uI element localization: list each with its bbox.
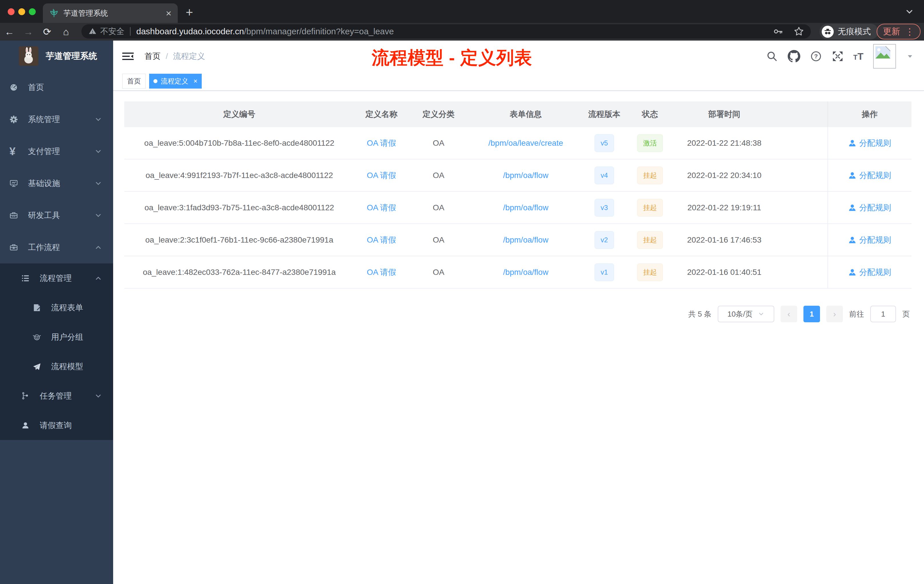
sidebar-item-process-form[interactable]: 流程表单 — [0, 293, 113, 322]
goto-page-input[interactable] — [870, 306, 896, 322]
sidebar-item-process-mgmt[interactable]: 流程管理 — [0, 264, 113, 293]
tab-close-icon[interactable]: × — [166, 8, 172, 18]
key-icon[interactable] — [773, 26, 784, 36]
sidebar-submenu-workflow: 流程管理 流程表单 用户分组 — [0, 264, 113, 440]
minimize-window-button[interactable] — [18, 8, 25, 15]
form-link[interactable]: /bpm/oa/flow — [503, 203, 549, 212]
definition-name-link[interactable]: OA 请假 — [367, 139, 396, 147]
definition-name-link[interactable]: OA 请假 — [367, 268, 396, 277]
deploy-time: 2022-01-16 01:40:51 — [674, 268, 774, 277]
definition-id: oa_leave:1:482ec033-762a-11ec-8477-a2380… — [124, 268, 354, 277]
goto-label: 前往 — [849, 309, 864, 319]
reload-button[interactable]: ⟳ — [38, 26, 56, 38]
sidebar-collapse-icon[interactable] — [122, 51, 134, 62]
sidebar-item-user-group[interactable]: 用户分组 — [0, 322, 113, 352]
form-link[interactable]: /bpm/oa/flow — [503, 268, 549, 277]
url-path: /bpm/manager/definition?key=oa_leave — [244, 26, 394, 36]
zoom-window-button[interactable] — [29, 8, 36, 15]
warning-icon — [88, 27, 97, 36]
prev-page-button[interactable]: ‹ — [780, 306, 797, 322]
chevron-up-icon — [94, 243, 102, 251]
page-unit-label: 页 — [902, 309, 910, 319]
sidebar-item-payment[interactable]: ¥ 支付管理 — [0, 135, 113, 167]
chrome-update-button[interactable]: 更新 ⋮ — [876, 24, 921, 40]
assign-rule-link[interactable]: 分配规则 — [859, 170, 891, 181]
security-label[interactable]: 不安全 — [100, 26, 124, 37]
tags-view: 首页 流程定义 × — [113, 72, 924, 91]
back-button[interactable]: ← — [0, 26, 19, 38]
help-icon[interactable]: ? — [810, 50, 822, 62]
sidebar-item-workflow[interactable]: 工作流程 — [0, 231, 113, 264]
list-icon — [0, 274, 30, 283]
font-size-icon[interactable]: TT — [853, 51, 863, 62]
bookmark-star-icon[interactable] — [794, 26, 804, 36]
active-tag-dot — [153, 79, 157, 83]
sidebar-item-label: 基础设施 — [18, 178, 60, 189]
page-size-select[interactable]: 10条/页 — [718, 306, 774, 322]
update-label: 更新 — [883, 26, 900, 38]
close-window-button[interactable] — [8, 8, 15, 15]
avatar-caret-down-icon[interactable] — [906, 52, 914, 61]
breadcrumb-home[interactable]: 首页 — [145, 51, 160, 62]
window-controls — [8, 8, 36, 15]
home-button[interactable]: ⌂ — [56, 26, 76, 38]
sidebar: 芋道管理系统 首页 系统管理 ¥ 支付管理 — [0, 41, 113, 584]
tag-process-definition[interactable]: 流程定义 × — [149, 74, 202, 89]
form-link[interactable]: /bpm/oa/flow — [503, 236, 549, 244]
column-header: 流程版本 — [583, 109, 626, 120]
sidebar-item-leave-query[interactable]: 请假查询 — [0, 411, 113, 440]
sidebar-item-label: 请假查询 — [30, 420, 72, 431]
sidebar-item-label: 流程模型 — [41, 361, 83, 372]
browser-menu-kebab-icon[interactable]: ⋮ — [905, 26, 914, 37]
chevron-down-icon — [94, 147, 102, 155]
version-badge: v4 — [594, 167, 614, 184]
assign-rule-link[interactable]: 分配规则 — [859, 202, 891, 213]
avatar-broken-image[interactable] — [873, 44, 896, 69]
definition-id: oa_leave:4:991f2193-7b7f-11ec-a3c8-acde4… — [124, 171, 354, 180]
sidebar-item-system[interactable]: 系统管理 — [0, 104, 113, 135]
new-tab-button[interactable]: + — [186, 5, 193, 20]
assign-rule-link[interactable]: 分配规则 — [859, 138, 891, 148]
user-icon — [848, 204, 856, 212]
sidebar-item-process-model[interactable]: 流程模型 — [0, 352, 113, 381]
tag-close-icon[interactable]: × — [193, 77, 198, 85]
breadcrumb-current: 流程定义 — [173, 51, 205, 62]
definition-name-link[interactable]: OA 请假 — [367, 203, 396, 212]
monitor-icon — [0, 178, 18, 188]
sidebar-logo[interactable]: 芋道管理系统 — [0, 41, 113, 71]
search-icon[interactable] — [766, 50, 778, 62]
sidebar-item-home[interactable]: 首页 — [0, 71, 113, 104]
user-icon — [0, 421, 30, 430]
definition-name-link[interactable]: OA 请假 — [367, 171, 396, 180]
definition-name-link[interactable]: OA 请假 — [367, 236, 396, 244]
address-bar[interactable]: 不安全 dashboard.yudao.iocoder.cn/bpm/manag… — [81, 24, 811, 39]
deploy-time: 2022-01-22 21:48:38 — [674, 139, 774, 148]
table-row: oa_leave:4:991f2193-7b7f-11ec-a3c8-acde4… — [124, 159, 911, 192]
sidebar-item-task-mgmt[interactable]: 任务管理 — [0, 381, 113, 411]
sidebar-item-devtools[interactable]: 研发工具 — [0, 200, 113, 231]
forward-button[interactable]: → — [19, 26, 38, 38]
tab-search-chevron-icon[interactable] — [904, 7, 914, 16]
definition-id: oa_leave:2:3c1f0ef1-76b1-11ec-9c66-a2380… — [124, 236, 354, 244]
chevron-up-icon — [94, 274, 102, 282]
assign-rule-link[interactable]: 分配规则 — [859, 234, 891, 246]
version-badge: v1 — [594, 264, 614, 281]
status-badge: 激活 — [637, 134, 663, 152]
form-link[interactable]: /bpm/oa/leave/create — [488, 139, 563, 147]
fullscreen-icon[interactable] — [832, 50, 844, 62]
definition-category: OA — [409, 171, 469, 180]
next-page-button[interactable]: › — [826, 306, 843, 322]
url-host: dashboard.yudao.iocoder.cn — [136, 26, 244, 36]
status-badge: 挂起 — [637, 199, 663, 216]
column-header: 定义名称 — [354, 109, 409, 120]
form-link[interactable]: /bpm/oa/flow — [503, 171, 549, 180]
browser-tab[interactable]: 芋道管理系统 × — [43, 3, 178, 23]
github-icon[interactable] — [788, 50, 800, 63]
assign-rule-link[interactable]: 分配规则 — [859, 267, 891, 278]
page-number-current[interactable]: 1 — [804, 306, 820, 322]
gear-icon — [0, 115, 18, 124]
tag-home[interactable]: 首页 — [122, 74, 146, 89]
sidebar-item-infra[interactable]: 基础设施 — [0, 167, 113, 200]
url-divider — [130, 27, 130, 36]
tab-title: 芋道管理系统 — [63, 8, 161, 18]
